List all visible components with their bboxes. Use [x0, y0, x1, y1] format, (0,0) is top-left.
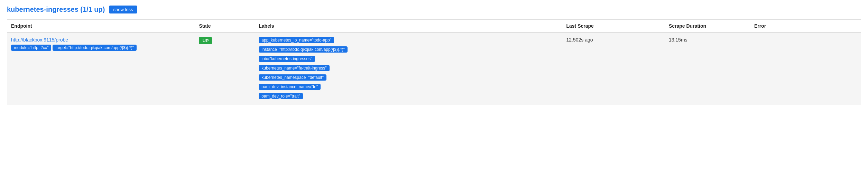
endpoint-cell: http://blackbox:9115/probemodule="http_2… [7, 33, 195, 105]
label-badge: app_kubernetes_io_name="todo-app" [259, 37, 334, 43]
error-cell [750, 33, 861, 105]
label-badge: kubernetes_name="fe-trait-ingress" [259, 65, 329, 71]
title-row: kubernetes-ingresses (1/1 up) show less [7, 6, 861, 13]
col-header-error: Error [750, 19, 861, 33]
targets-table: Endpoint State Labels Last Scrape Scrape… [7, 19, 861, 105]
endpoint-badge: module="http_2xx" [11, 45, 51, 51]
col-header-labels: Labels [255, 19, 562, 33]
labels-cell: app_kubernetes_io_name="todo-app"instanc… [255, 33, 562, 105]
endpoint-link[interactable]: http://blackbox:9115/probe [11, 37, 191, 43]
label-badge: job="kubernetes-ingresses" [259, 56, 315, 62]
col-header-last-scrape: Last Scrape [562, 19, 664, 33]
state-cell: UP [195, 33, 255, 105]
col-header-state: State [195, 19, 255, 33]
page-title: kubernetes-ingresses (1/1 up) [7, 6, 105, 13]
label-badge: instance="http://todo.qikqiak.com/app(/|… [259, 46, 348, 53]
table-row: http://blackbox:9115/probemodule="http_2… [7, 33, 861, 105]
label-badge: oam_dev_role="trait" [259, 93, 303, 99]
page-wrapper: kubernetes-ingresses (1/1 up) show less … [0, 0, 868, 111]
scrape-duration-cell: 13.15ms [665, 33, 750, 105]
col-header-scrape-duration: Scrape Duration [665, 19, 750, 33]
label-badge: oam_dev_instance_name="fe" [259, 84, 321, 90]
show-less-button[interactable]: show less [109, 6, 137, 13]
state-badge: UP [199, 37, 212, 44]
col-header-endpoint: Endpoint [7, 19, 195, 33]
label-badge: kubernetes_namespace="default" [259, 74, 326, 81]
table-header-row: Endpoint State Labels Last Scrape Scrape… [7, 19, 861, 33]
last-scrape-cell: 12.502s ago [562, 33, 664, 105]
endpoint-badge: target="http://todo.qikqiak.com/app(/|$)… [53, 45, 137, 51]
